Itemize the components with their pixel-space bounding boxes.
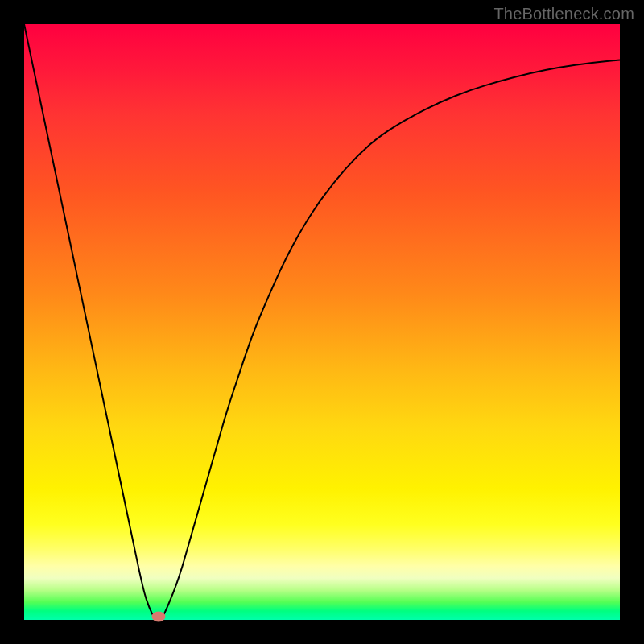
chart-frame: TheBottleneck.com	[0, 0, 644, 644]
attribution-text: TheBottleneck.com	[493, 5, 634, 23]
bottleneck-curve	[24, 24, 620, 620]
plot-area	[24, 24, 620, 620]
optimal-point-marker	[151, 611, 165, 621]
curve-path	[24, 24, 620, 620]
